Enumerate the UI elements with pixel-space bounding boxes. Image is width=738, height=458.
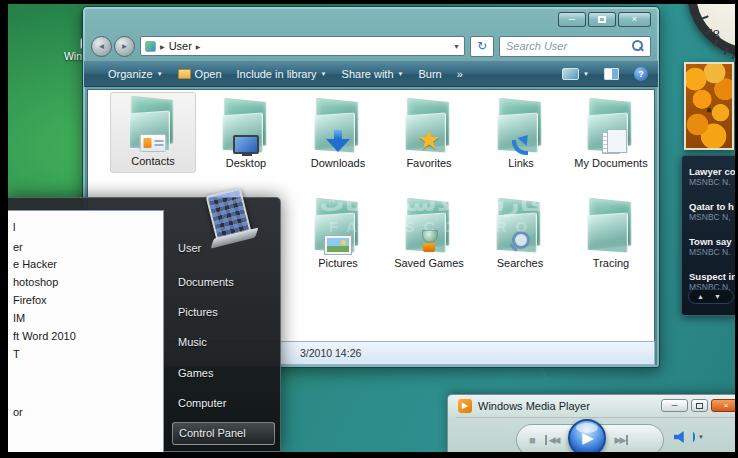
folder-icon: [124, 97, 182, 153]
organize-button[interactable]: Organize ▼: [108, 68, 163, 80]
start-menu-program-item[interactable]: l: [13, 221, 15, 233]
address-bar[interactable]: ▶ User ▶ ▼: [140, 36, 465, 56]
start-menu-item-user[interactable]: User: [178, 242, 201, 254]
views-icon: [562, 68, 579, 80]
start-menu-item-computer[interactable]: Computer: [178, 397, 226, 409]
location-icon: [145, 41, 156, 52]
previous-button[interactable]: ◀◀: [545, 435, 559, 445]
volume-control[interactable]: ▼: [674, 431, 704, 443]
restore-button[interactable]: [691, 399, 708, 412]
date-modified: 3/2010 14:26: [300, 347, 361, 359]
news-headline-item[interactable]: Qatar to h MSNBC N,: [689, 201, 735, 222]
burn-button[interactable]: Burn: [419, 68, 442, 80]
news-headline: Lawyer co: [689, 166, 735, 177]
navigation-bar: ◄ ► ▶ User ▶ ▼ ↻ Search User: [91, 33, 651, 59]
folder-label: Tracing: [568, 257, 654, 270]
wmp-app-icon: ▶: [458, 399, 472, 413]
caret-down-icon: ▼: [398, 71, 404, 77]
start-menu-item-music[interactable]: Music: [178, 336, 207, 348]
search-box[interactable]: Search User: [499, 36, 651, 57]
folder-tile-searches[interactable]: Searches: [477, 195, 563, 270]
news-feed-gadget: Lawyer co MSNBC N. Qatar to h MSNBC N, T…: [681, 155, 735, 316]
start-menu-program-item[interactable]: Firefox: [13, 294, 47, 306]
contact-card-icon: [140, 134, 167, 152]
address-dropdown-icon[interactable]: ▼: [453, 43, 460, 50]
start-menu-program-item[interactable]: er: [13, 241, 23, 253]
news-headline-item[interactable]: Town say MSNBC N.: [689, 236, 735, 257]
open-button[interactable]: Open: [178, 68, 222, 80]
volume-dropdown-icon[interactable]: ▼: [698, 434, 704, 440]
folder-label: Desktop: [203, 157, 289, 170]
folder-label: Downloads: [295, 157, 381, 170]
news-headline: Qatar to h: [689, 201, 735, 212]
start-menu-program-item[interactable]: T: [13, 348, 20, 360]
folder-tile-tracing[interactable]: Tracing: [568, 195, 654, 270]
organize-label: Organize: [108, 68, 153, 80]
folder-icon: [309, 199, 367, 255]
folder-icon: ★: [400, 99, 458, 155]
maximize-button[interactable]: [588, 12, 616, 27]
folder-label: Saved Games: [386, 257, 472, 270]
stop-button[interactable]: ■: [529, 434, 536, 446]
share-with-button[interactable]: Share with ▼: [342, 68, 404, 80]
news-headline-item[interactable]: Lawyer co MSNBC N.: [689, 166, 735, 187]
folder-open-icon: [178, 69, 191, 79]
refresh-button[interactable]: ↻: [470, 36, 494, 57]
scroll-up-icon[interactable]: ▲: [697, 293, 704, 300]
breadcrumb-arrow-icon[interactable]: ▶: [196, 43, 201, 50]
folder-tile-downloads[interactable]: Downloads: [295, 95, 381, 170]
trophy-icon: [419, 230, 439, 254]
start-menu-item-games[interactable]: Games: [178, 367, 213, 379]
back-button[interactable]: ◄: [91, 36, 112, 57]
folder-label: Pictures: [295, 257, 381, 270]
control-panel-label: Control Panel: [179, 427, 246, 439]
sound-wave-icon: [690, 432, 695, 442]
folder-icon: [492, 99, 550, 155]
minimize-button[interactable]: ─: [661, 399, 688, 412]
news-scroll-control[interactable]: ▲ ▼: [688, 289, 734, 304]
forward-button[interactable]: ►: [114, 36, 135, 57]
search-icon[interactable]: [631, 40, 644, 53]
change-view-button[interactable]: ▼: [562, 68, 589, 80]
folder-tile-pictures[interactable]: Pictures: [295, 195, 381, 270]
preview-pane-button[interactable]: [604, 68, 619, 80]
next-button[interactable]: ▶▶: [615, 435, 629, 445]
close-button[interactable]: ×: [618, 12, 651, 27]
breadcrumb-location[interactable]: User: [169, 40, 192, 52]
news-source: MSNBC N.: [689, 247, 735, 257]
wmp-window: ▶ Windows Media Player ─ × ■ ◀◀ ▶ ▶▶ ▼: [447, 394, 735, 452]
folder-tile-favorites[interactable]: ★ Favorites: [386, 95, 472, 170]
help-button[interactable]: ?: [634, 67, 648, 81]
start-menu-program-item[interactable]: ft Word 2010: [13, 330, 76, 342]
more-commands-chevron[interactable]: »: [457, 68, 463, 80]
start-menu-item-control-panel[interactable]: Control Panel: [172, 422, 275, 445]
start-menu-item-pictures[interactable]: Pictures: [178, 306, 218, 318]
folder-tile-saved-games[interactable]: Saved Games: [386, 195, 472, 270]
include-label: Include in library: [237, 68, 317, 80]
photo-icon: [325, 236, 351, 254]
start-menu-item-documents[interactable]: Documents: [178, 276, 234, 288]
link-arrow-icon: [510, 134, 532, 154]
open-label: Open: [195, 68, 222, 80]
folder-icon: [491, 199, 549, 255]
folder-icon: [217, 99, 275, 155]
playback-controls: ■ ◀◀ ▶ ▶▶: [516, 424, 664, 452]
star-icon: ★: [417, 127, 441, 154]
news-headline: Suspect in: [689, 271, 735, 282]
folder-tile-desktop[interactable]: Desktop: [203, 95, 289, 170]
start-menu-program-item[interactable]: e Hacker: [13, 258, 57, 270]
folder-tile-contacts[interactable]: Contacts: [110, 92, 196, 173]
scroll-down-icon[interactable]: ▼: [714, 293, 721, 300]
folder-tile-my-documents[interactable]: My Documents: [568, 95, 654, 170]
play-button[interactable]: ▶: [568, 419, 606, 453]
start-menu-program-item[interactable]: or: [13, 406, 23, 418]
start-menu-program-item[interactable]: hotoshop: [13, 276, 58, 288]
include-in-library-button[interactable]: Include in library ▼: [237, 68, 327, 80]
breadcrumb-arrow-icon[interactable]: ▶: [160, 43, 165, 50]
minimize-button[interactable]: ─: [558, 12, 586, 27]
start-menu-programs-panel: l er e Hacker hotoshop Firefox IM ft Wor…: [8, 210, 164, 452]
download-arrow-icon: [326, 130, 350, 154]
folder-tile-links[interactable]: Links: [478, 95, 564, 170]
close-button[interactable]: ×: [711, 399, 735, 412]
start-menu-program-item[interactable]: IM: [13, 312, 25, 324]
